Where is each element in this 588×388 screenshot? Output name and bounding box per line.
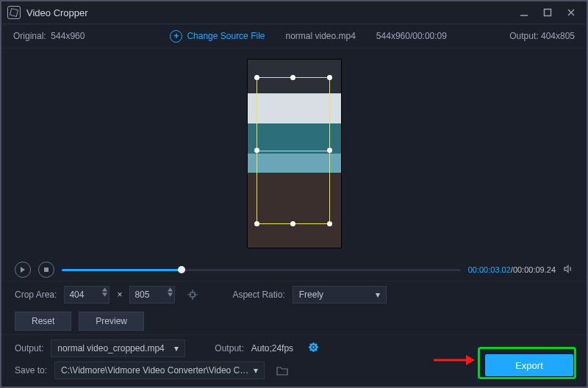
output-dims: Output: 404x805	[509, 31, 575, 41]
crop-handle[interactable]	[254, 221, 259, 226]
plus-icon: +	[170, 30, 182, 43]
output-file-label: Output:	[15, 343, 43, 353]
play-button[interactable]	[15, 262, 31, 278]
video-preview-area	[1, 48, 587, 259]
video-frame[interactable]	[248, 60, 341, 248]
crop-handle[interactable]	[254, 75, 259, 80]
settings-gear-icon[interactable]	[308, 342, 319, 355]
open-folder-icon[interactable]	[272, 362, 293, 379]
crop-handle[interactable]	[254, 148, 259, 153]
action-buttons-row: Reset Preview	[1, 308, 587, 334]
aspect-ratio-select[interactable]: Freely ▾	[293, 286, 387, 303]
chevron-down-icon: ▾	[376, 290, 380, 300]
crop-controls: Crop Area: 404 × 805 Aspect Ratio: Freel…	[1, 281, 587, 308]
file-dimensions-duration: 544x960/00:00:09	[376, 31, 447, 41]
crop-handle[interactable]	[290, 221, 295, 226]
crop-area-label: Crop Area:	[15, 290, 57, 300]
close-button[interactable]	[566, 7, 576, 18]
center-crop-icon[interactable]	[182, 286, 203, 303]
output-panel: Output: normal video_cropped.mp4 ▾ Outpu…	[1, 334, 587, 387]
stop-button[interactable]	[38, 262, 54, 278]
crop-height-input[interactable]: 805	[129, 286, 175, 303]
current-filename: normal video.mp4	[285, 31, 355, 41]
app-title: Video Cropper	[26, 7, 88, 18]
change-source-button[interactable]: + Change Source File	[170, 30, 265, 43]
output-filename-field[interactable]: normal video_cropped.mp4 ▾	[51, 340, 185, 357]
reset-button[interactable]: Reset	[15, 312, 71, 331]
chevron-down-icon: ▾	[174, 343, 179, 353]
preview-button[interactable]: Preview	[79, 312, 144, 331]
app-logo-icon	[7, 6, 21, 19]
svg-rect-1	[44, 267, 49, 272]
maximize-button[interactable]	[542, 7, 553, 18]
seek-slider[interactable]	[62, 265, 461, 275]
chevron-down-icon: ▾	[249, 365, 258, 376]
time-display: 00:00:03.02/00:00:09.24	[468, 265, 556, 274]
playback-bar: 00:00:03.02/00:00:09.24	[1, 259, 587, 281]
crop-handle[interactable]	[327, 221, 332, 226]
minimize-button[interactable]	[519, 7, 529, 18]
crop-selection-box[interactable]	[257, 77, 330, 224]
save-to-label: Save to:	[15, 365, 47, 376]
times-symbol: ×	[117, 290, 122, 300]
original-dims: Original: 544x960	[13, 31, 85, 41]
output-settings-label: Output:	[215, 343, 243, 353]
volume-icon[interactable]	[563, 264, 573, 276]
crop-handle[interactable]	[290, 75, 295, 80]
save-path-select[interactable]: C:\Vidmore\Vidmore Video Converter\Video…	[54, 362, 265, 379]
crop-width-input[interactable]: 404	[64, 286, 110, 303]
titlebar: Video Cropper	[1, 1, 587, 24]
output-settings-value: Auto;24fps	[251, 343, 293, 353]
crop-handle[interactable]	[327, 148, 332, 153]
aspect-ratio-label: Aspect Ratio:	[232, 290, 284, 300]
svg-rect-0	[545, 10, 551, 16]
info-bar: Original: 544x960 + Change Source File n…	[1, 24, 587, 48]
export-button[interactable]: Export	[485, 354, 573, 376]
crop-handle[interactable]	[327, 75, 332, 80]
